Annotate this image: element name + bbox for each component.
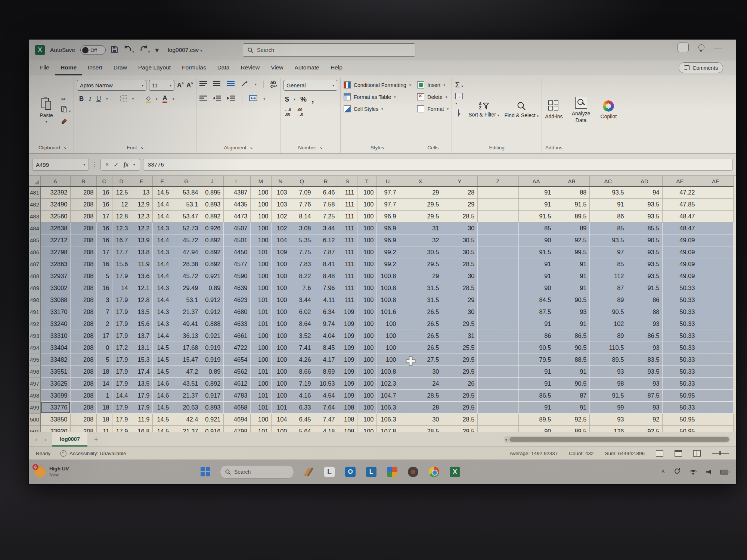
cell-Z491[interactable] bbox=[477, 306, 518, 318]
cell-C499[interactable]: 18 bbox=[96, 401, 112, 413]
cell-G493[interactable]: 36.13 bbox=[172, 330, 201, 342]
cell-L489[interactable]: 4639 bbox=[223, 282, 250, 294]
cell-AF483[interactable] bbox=[698, 210, 733, 222]
cell-AD496[interactable]: 93.5 bbox=[627, 365, 662, 377]
cell-X489[interactable]: 31.5 bbox=[399, 282, 442, 294]
cell-U488[interactable]: 100.8 bbox=[376, 270, 399, 282]
cell-B497[interactable]: 208 bbox=[70, 377, 96, 389]
cell-Y499[interactable]: 29.5 bbox=[442, 401, 477, 413]
cell-A484[interactable]: 32638 bbox=[40, 222, 70, 234]
orientation-icon[interactable] bbox=[241, 81, 249, 88]
cell-Q482[interactable]: 7.76 bbox=[290, 198, 314, 210]
cell-Y492[interactable]: 29.5 bbox=[442, 318, 477, 330]
cell-G482[interactable]: 53.1 bbox=[172, 198, 201, 210]
cell-C489[interactable]: 16 bbox=[96, 282, 112, 294]
start-button[interactable] bbox=[199, 466, 212, 478]
cell-B485[interactable]: 208 bbox=[70, 234, 96, 246]
cell-T498[interactable]: 100 bbox=[357, 389, 376, 401]
cell-T490[interactable]: 100 bbox=[357, 294, 376, 306]
cell-L494[interactable]: 4722 bbox=[223, 342, 250, 354]
cell-AB496[interactable]: 91 bbox=[554, 365, 589, 377]
next-sheet-icon[interactable]: › bbox=[44, 436, 46, 443]
cell-AC495[interactable]: 89.5 bbox=[589, 354, 627, 365]
cell-T494[interactable]: 100 bbox=[357, 342, 376, 354]
cell-J495[interactable]: 0.919 bbox=[201, 354, 223, 365]
confirm-entry-icon[interactable]: ✓ bbox=[114, 161, 118, 168]
menu-tab-data[interactable]: Data bbox=[212, 61, 235, 75]
pens-app-icon[interactable] bbox=[302, 466, 315, 478]
cell-X499[interactable]: 28 bbox=[399, 401, 442, 413]
clear-button[interactable]: ▾ bbox=[458, 110, 461, 116]
cell-E497[interactable]: 13.5 bbox=[131, 377, 152, 389]
cell-R484[interactable]: 3.44 bbox=[314, 222, 338, 234]
cell-L496[interactable]: 4562 bbox=[223, 365, 250, 377]
cell-S486[interactable]: 111 bbox=[338, 246, 357, 258]
taskbar-search[interactable]: Search bbox=[220, 465, 294, 479]
cell-D501[interactable]: 17.9 bbox=[112, 425, 131, 432]
cell-N491[interactable]: 100 bbox=[271, 306, 290, 318]
cell-AC493[interactable]: 89 bbox=[589, 330, 627, 342]
cell-B493[interactable]: 208 bbox=[70, 330, 96, 342]
row-header-486[interactable]: 486 bbox=[29, 246, 40, 258]
menu-tab-draw[interactable]: Draw bbox=[108, 61, 133, 75]
cell-AC485[interactable]: 93.5 bbox=[589, 234, 627, 246]
cell-X486[interactable]: 30.5 bbox=[399, 246, 442, 258]
format-cells-button[interactable]: Format▾ bbox=[417, 104, 449, 114]
cell-L490[interactable]: 4623 bbox=[223, 294, 250, 306]
cell-Z494[interactable] bbox=[477, 342, 518, 354]
formula-input[interactable]: 33776 bbox=[143, 159, 733, 171]
column-header-X[interactable]: X bbox=[399, 176, 442, 186]
cell-S499[interactable]: 108 bbox=[338, 401, 357, 413]
cell-X500[interactable]: 30 bbox=[399, 413, 442, 425]
cell-AD500[interactable]: 92 bbox=[627, 413, 662, 425]
chrome-icon[interactable] bbox=[428, 466, 440, 478]
linkedin-icon[interactable]: L bbox=[365, 466, 378, 478]
cell-T481[interactable]: 100 bbox=[357, 186, 376, 198]
cell-N486[interactable]: 109 bbox=[271, 246, 290, 258]
cell-C498[interactable]: 1 bbox=[96, 389, 112, 401]
autosum-button[interactable]: Σ ▾ bbox=[455, 80, 463, 89]
cell-E499[interactable]: 17.9 bbox=[131, 401, 152, 413]
cell-AB484[interactable]: 89 bbox=[554, 222, 589, 234]
align-bottom-icon[interactable] bbox=[226, 80, 235, 88]
cell-D494[interactable]: 17.2 bbox=[112, 342, 131, 354]
cell-D491[interactable]: 17.9 bbox=[112, 306, 131, 318]
cell-J482[interactable]: 0.893 bbox=[201, 198, 223, 210]
cell-T496[interactable]: 100 bbox=[357, 365, 376, 377]
cell-AC501[interactable]: 126 bbox=[589, 425, 627, 432]
cell-T501[interactable]: 100 bbox=[357, 425, 376, 432]
delete-cells-button[interactable]: Delete▾ bbox=[417, 92, 449, 102]
cell-Y493[interactable]: 31 bbox=[442, 330, 477, 342]
cell-Z501[interactable] bbox=[477, 425, 518, 432]
cell-Q489[interactable]: 7.6 bbox=[290, 282, 314, 294]
cell-X498[interactable]: 28.5 bbox=[399, 389, 442, 401]
column-header-AA[interactable]: AA bbox=[518, 176, 554, 186]
cell-E489[interactable]: 12.1 bbox=[131, 282, 152, 294]
cell-AF488[interactable] bbox=[698, 270, 733, 282]
cell-L486[interactable]: 4450 bbox=[223, 246, 250, 258]
cell-X488[interactable]: 29 bbox=[399, 270, 442, 282]
cell-Q501[interactable]: 5.64 bbox=[290, 425, 314, 432]
row-header-494[interactable]: 494 bbox=[29, 342, 40, 354]
cell-D481[interactable]: 12.5 bbox=[112, 186, 131, 198]
dark-app-icon[interactable] bbox=[407, 466, 419, 478]
column-header-AC[interactable]: AC bbox=[589, 176, 627, 186]
cell-F500[interactable]: 14.5 bbox=[152, 413, 172, 425]
cell-X484[interactable]: 31 bbox=[399, 222, 442, 234]
cell-E485[interactable]: 13.9 bbox=[131, 234, 152, 246]
cell-AD484[interactable]: 85.5 bbox=[627, 222, 662, 234]
cell-Y484[interactable]: 30 bbox=[442, 222, 477, 234]
cell-AA482[interactable]: 91 bbox=[518, 198, 554, 210]
cell-L492[interactable]: 4633 bbox=[223, 318, 250, 330]
cell-Y487[interactable]: 28.5 bbox=[442, 258, 477, 270]
minimize-button[interactable]: — bbox=[714, 44, 722, 51]
cell-C485[interactable]: 16 bbox=[96, 234, 112, 246]
cell-N487[interactable]: 100 bbox=[271, 258, 290, 270]
row-header-482[interactable]: 482 bbox=[29, 198, 40, 210]
cell-S491[interactable]: 109 bbox=[338, 306, 357, 318]
cell-B501[interactable]: 208 bbox=[70, 425, 96, 432]
cell-Z500[interactable] bbox=[477, 413, 518, 425]
cell-Y488[interactable]: 30 bbox=[442, 270, 477, 282]
cell-AB481[interactable]: 88 bbox=[554, 186, 589, 198]
cell-B495[interactable]: 208 bbox=[70, 354, 96, 365]
